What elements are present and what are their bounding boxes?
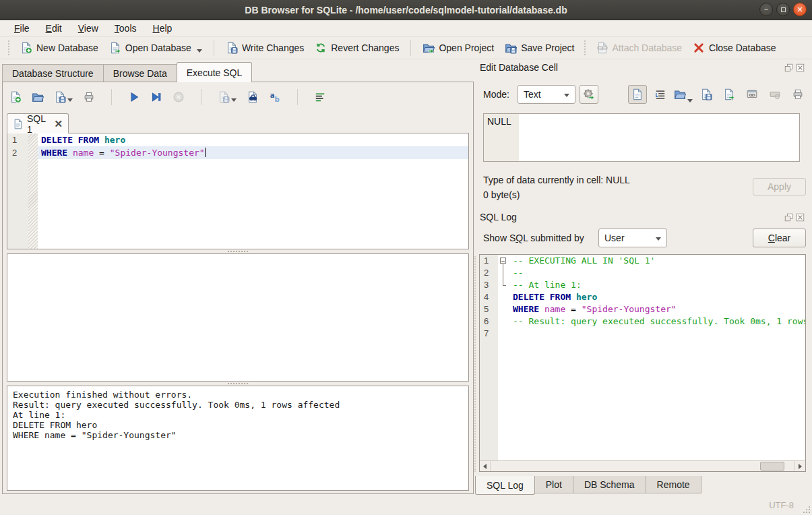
execute-all-button[interactable]: [128, 91, 140, 103]
cell-size-info: 0 byte(s): [483, 189, 520, 200]
code-line[interactable]: 1DELETE FROM hero: [7, 133, 468, 146]
word-wrap-icon: [654, 88, 666, 100]
auto-switch-mode-button[interactable]: [580, 85, 598, 104]
export-cell-data-button[interactable]: [720, 85, 739, 104]
sql-log-view[interactable]: 1−-- EXECUTING ALL IN 'SQL 1'2--3-- At l…: [479, 254, 806, 472]
dock-tab-remote[interactable]: Remote: [646, 476, 701, 493]
execute-current-line-button[interactable]: [150, 91, 162, 103]
float-dock-icon[interactable]: [784, 63, 793, 72]
close-button[interactable]: ✕: [793, 3, 807, 16]
dock-tab-db-schema[interactable]: DB Schema: [573, 476, 646, 493]
toolbar-separator: [410, 40, 411, 56]
open-project-button[interactable]: Open Project: [417, 39, 499, 57]
code-line[interactable]: 6-- Result: query executed successfully.…: [480, 315, 805, 328]
tab-database-structure[interactable]: Database Structure: [2, 64, 103, 82]
import-cell-data-button[interactable]: [674, 85, 693, 104]
save-results-dropdown-icon[interactable]: [231, 98, 237, 102]
print-sql-button[interactable]: [83, 91, 95, 103]
find-replace-button[interactable]: [269, 91, 281, 103]
open-database-button[interactable]: Open Database: [104, 39, 208, 57]
fold-marker-icon[interactable]: −: [498, 255, 509, 267]
dock-tab-sql-log[interactable]: SQL Log: [475, 476, 535, 495]
dock-tab-bar: SQL Log Plot DB Schema Remote: [475, 476, 701, 495]
code-line[interactable]: 1−-- EXECUTING ALL IN 'SQL 1': [480, 255, 805, 267]
minimize-button[interactable]: −: [759, 3, 773, 16]
scrollbar-thumb[interactable]: [760, 462, 784, 471]
close-database-button[interactable]: Close Database: [687, 39, 782, 57]
save-results-button[interactable]: [218, 91, 237, 103]
edit-cell-dock-title: Edit Database Cell: [480, 62, 784, 73]
maximize-button[interactable]: [776, 3, 790, 16]
title-bar[interactable]: DB Browser for SQLite - /home/user/code/…: [0, 0, 812, 20]
find-button[interactable]: [247, 91, 259, 103]
import-file-icon: [674, 88, 686, 100]
scrollbar-track[interactable]: [491, 461, 794, 471]
code-line[interactable]: 2WHERE name = "Spider-Youngster": [7, 146, 468, 159]
new-sql-tab-button[interactable]: [9, 91, 22, 103]
close-sql-tab-icon[interactable]: ✕: [54, 118, 63, 130]
save-sql-file-button[interactable]: [54, 91, 73, 103]
open-database-dropdown-icon[interactable]: [197, 49, 202, 53]
apply-button[interactable]: Apply: [753, 178, 806, 195]
save-sql-dropdown-icon[interactable]: [67, 98, 73, 102]
toolbar-grip[interactable]: [8, 40, 11, 55]
stop-execution-button[interactable]: [173, 91, 185, 103]
sql-editor[interactable]: 1DELETE FROM hero2WHERE name = "Spider-Y…: [7, 133, 469, 249]
cell-value: NULL: [487, 116, 511, 127]
mode-combobox[interactable]: Text: [518, 85, 575, 104]
close-dock-icon[interactable]: [796, 63, 805, 72]
open-sql-file-button[interactable]: [32, 91, 44, 103]
write-changes-button[interactable]: Write Changes: [220, 39, 309, 57]
code-line[interactable]: 5WHERE name = "Spider-Youngster": [480, 303, 805, 315]
word-wrap-button[interactable]: [651, 85, 670, 104]
close-dock-icon[interactable]: [796, 213, 805, 222]
code-line[interactable]: 4DELETE FROM hero: [480, 291, 805, 303]
save-cell-data-button[interactable]: [697, 85, 716, 104]
resize-grip[interactable]: [803, 506, 810, 513]
fold-margin: [498, 315, 509, 328]
open-database-icon: [109, 42, 121, 54]
cell-value-editor[interactable]: NULL: [483, 113, 800, 162]
log-filter-combobox[interactable]: User: [598, 229, 667, 247]
menu-help[interactable]: Help: [146, 22, 180, 35]
menu-view[interactable]: View: [71, 22, 106, 35]
scroll-left-arrow[interactable]: [480, 461, 491, 472]
cell-type-info: Type of data currently in cell: NULL: [483, 175, 630, 185]
tab-execute-sql[interactable]: Execute SQL: [177, 62, 253, 82]
log-horizontal-scrollbar[interactable]: [480, 460, 805, 471]
open-in-external-button[interactable]: [743, 85, 761, 104]
menu-edit[interactable]: Edit: [38, 22, 69, 35]
save-sql-file-icon: [54, 91, 66, 103]
toolbar-grip[interactable]: [584, 40, 587, 55]
sql-editor-tab[interactable]: SQL 1 ✕: [7, 113, 69, 133]
line-number: 1: [7, 133, 28, 146]
toolbar-separator: [201, 89, 201, 105]
clear-log-button[interactable]: Clear: [753, 229, 806, 247]
sql-toolbar: [9, 87, 326, 107]
attach-database-button[interactable]: Attach Database: [591, 39, 688, 57]
code-line[interactable]: 2--: [480, 267, 805, 279]
tab-browse-data[interactable]: Browse Data: [103, 64, 177, 82]
new-sql-tab-icon: [9, 91, 22, 103]
new-database-button[interactable]: New Database: [15, 39, 104, 57]
dock-tab-plot[interactable]: Plot: [535, 476, 573, 493]
results-grid[interactable]: [7, 253, 469, 382]
dock-resize-handle[interactable]: [474, 256, 476, 472]
code-line[interactable]: 7: [480, 328, 805, 340]
scroll-right-arrow[interactable]: [794, 461, 805, 472]
format-sql-button[interactable]: [314, 91, 326, 103]
save-project-button[interactable]: Save Project: [499, 39, 580, 57]
menu-file[interactable]: File: [7, 22, 37, 35]
code-line[interactable]: 3-- At line 1:: [480, 279, 805, 291]
text-mode-button[interactable]: [628, 85, 647, 104]
print-cell-button[interactable]: [788, 85, 807, 104]
revert-changes-button[interactable]: Revert Changes: [309, 39, 404, 57]
import-dropdown-icon[interactable]: [687, 99, 693, 102]
line-number: 6: [480, 315, 498, 328]
menu-tools[interactable]: Tools: [107, 22, 144, 35]
set-null-button[interactable]: [766, 85, 784, 104]
execution-message-pane[interactable]: Execution finished without errors.Result…: [7, 386, 469, 491]
float-dock-icon[interactable]: [784, 213, 793, 222]
message-line: DELETE FROM hero: [13, 420, 463, 430]
find-replace-icon: [269, 91, 281, 103]
